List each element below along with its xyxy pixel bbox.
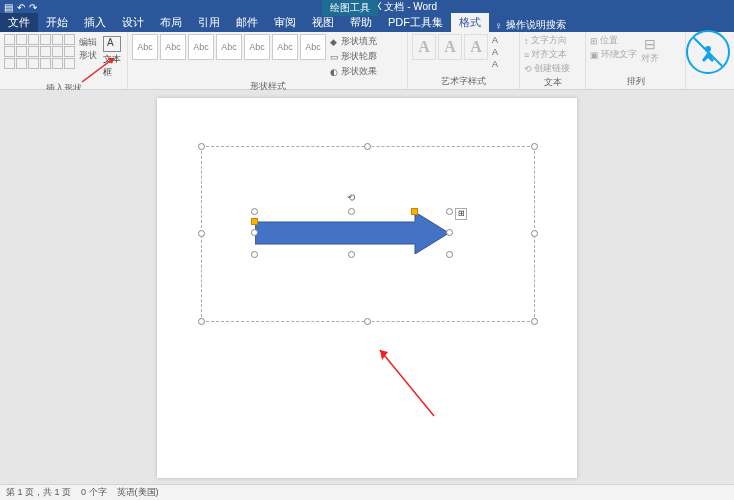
shape-gallery[interactable] xyxy=(4,34,75,69)
canvas-handle[interactable] xyxy=(198,143,205,150)
selection-handle[interactable] xyxy=(446,229,453,236)
document-area: ⟲ ⊞ xyxy=(0,90,734,484)
language[interactable]: 英语(美国) xyxy=(117,486,159,499)
group-label: 艺术字样式 xyxy=(412,74,515,88)
fill-icon: ◆ xyxy=(330,37,339,46)
ribbon-tabs: 绘图工具 文件 开始 插入 设计 布局 引用 邮件 审阅 视图 帮助 PDF工具… xyxy=(0,14,734,32)
redo-icon[interactable]: ↷ xyxy=(29,2,37,13)
tab-references[interactable]: 引用 xyxy=(190,13,228,32)
wrap-text-button[interactable]: ▣环绕文字 xyxy=(590,48,637,61)
group-arrange: ⊞位置 ▣环绕文字 ⊟ 对齐 排列 xyxy=(586,32,686,89)
group-label: 文本 xyxy=(524,75,581,89)
outline-icon: ▭ xyxy=(330,52,339,61)
group-text: ↕文字方向 ≡对齐文本 ⟲创建链接 文本 xyxy=(520,32,586,89)
text-outline-button[interactable]: A xyxy=(492,46,498,58)
contextual-tab-label: 绘图工具 xyxy=(322,0,378,16)
wrap-icon: ▣ xyxy=(590,50,599,60)
annotation-arrow-2 xyxy=(372,342,442,422)
effects-icon: ◐ xyxy=(330,67,339,76)
tab-review[interactable]: 审阅 xyxy=(266,13,304,32)
svg-line-5 xyxy=(380,350,434,416)
shape-style-gallery[interactable]: Abc Abc Abc Abc Abc Abc Abc xyxy=(132,34,326,60)
tab-home[interactable]: 开始 xyxy=(38,13,76,32)
block-arrow-shape[interactable]: ⟲ ⊞ xyxy=(255,212,449,254)
shape-outline-button[interactable]: ▭形状轮廓 xyxy=(330,49,377,64)
quick-access-toolbar: ▤ ↶ ↷ xyxy=(4,2,37,13)
svg-point-1 xyxy=(705,46,711,52)
position-icon: ⊞ xyxy=(590,36,598,46)
text-fill-button[interactable]: A xyxy=(492,34,498,46)
adjustment-handle[interactable] xyxy=(251,218,258,225)
save-icon[interactable]: ▤ xyxy=(4,2,13,13)
position-button[interactable]: ⊞位置 xyxy=(590,34,637,47)
selection-handle[interactable] xyxy=(251,251,258,258)
watermark-logo xyxy=(686,30,730,74)
selection-handle[interactable] xyxy=(251,208,258,215)
shape-fill-button[interactable]: ◆形状填充 xyxy=(330,34,377,49)
wordart-gallery[interactable]: A A A xyxy=(412,34,488,60)
svg-line-2 xyxy=(82,58,114,82)
selection-handle[interactable] xyxy=(251,229,258,236)
tab-mail[interactable]: 邮件 xyxy=(228,13,266,32)
tab-insert[interactable]: 插入 xyxy=(76,13,114,32)
tell-me-search[interactable]: ♀ 操作说明搜索 xyxy=(495,18,566,32)
align-arrange-icon: ⊟ xyxy=(644,36,656,52)
adjustment-handle[interactable] xyxy=(411,208,418,215)
selection-handle[interactable] xyxy=(446,208,453,215)
word-count[interactable]: 0 个字 xyxy=(81,486,107,499)
text-effects-button[interactable]: A xyxy=(492,58,498,70)
tab-file[interactable]: 文件 xyxy=(0,13,38,32)
align-text-button[interactable]: ≡对齐文本 xyxy=(524,48,570,61)
canvas-handle[interactable] xyxy=(364,143,371,150)
status-bar: 第 1 页，共 1 页 0 个字 英语(美国) xyxy=(0,484,734,500)
group-wordart-styles: A A A A A A 艺术字样式 xyxy=(408,32,520,89)
page[interactable]: ⟲ ⊞ xyxy=(157,98,577,478)
selection-handle[interactable] xyxy=(348,208,355,215)
text-direction-button[interactable]: ↕文字方向 xyxy=(524,34,570,47)
tab-format[interactable]: 格式 xyxy=(451,13,489,32)
align-icon: ≡ xyxy=(524,50,529,60)
canvas-handle[interactable] xyxy=(198,230,205,237)
direction-icon: ↕ xyxy=(524,36,529,46)
text-effects-icon: A xyxy=(492,59,498,69)
tab-layout[interactable]: 布局 xyxy=(152,13,190,32)
tab-pdf[interactable]: PDF工具集 xyxy=(380,13,451,32)
selection-handle[interactable] xyxy=(348,251,355,258)
text-outline-icon: A xyxy=(492,47,498,57)
text-fill-icon: A xyxy=(492,35,498,45)
lightbulb-icon: ♀ xyxy=(495,20,503,31)
undo-icon[interactable]: ↶ xyxy=(17,2,25,13)
page-count[interactable]: 第 1 页，共 1 页 xyxy=(6,486,71,499)
window-title: 新建 DOCX 文档 - Word xyxy=(37,0,730,14)
group-label: 排列 xyxy=(590,74,681,88)
align-button[interactable]: ⊟ 对齐 xyxy=(639,34,661,67)
canvas-handle[interactable] xyxy=(531,230,538,237)
shape-effects-button[interactable]: ◐形状效果 xyxy=(330,64,377,79)
create-link-button[interactable]: ⟲创建链接 xyxy=(524,62,570,75)
link-icon: ⟲ xyxy=(524,64,532,74)
rotate-handle[interactable]: ⟲ xyxy=(347,192,355,203)
tab-design[interactable]: 设计 xyxy=(114,13,152,32)
canvas-handle[interactable] xyxy=(364,318,371,325)
textbox-icon xyxy=(103,36,121,52)
layout-options-icon[interactable]: ⊞ xyxy=(455,208,467,220)
svg-marker-4 xyxy=(255,212,449,254)
canvas-handle[interactable] xyxy=(531,318,538,325)
group-shape-styles: Abc Abc Abc Abc Abc Abc Abc ◆形状填充 ▭形状轮廓 … xyxy=(128,32,408,89)
canvas-handle[interactable] xyxy=(198,318,205,325)
annotation-arrow-1 xyxy=(76,56,116,86)
canvas-handle[interactable] xyxy=(531,143,538,150)
selection-handle[interactable] xyxy=(446,251,453,258)
